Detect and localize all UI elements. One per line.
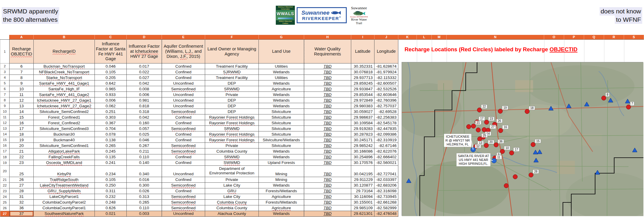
cell-longitude[interactable]: -81.979924 — [374, 69, 398, 75]
cell-influence-27[interactable]: 0.017 — [127, 63, 162, 69]
cell-confinement[interactable]: Confined — [162, 120, 205, 126]
cell-landuse[interactable]: Wetlands — [259, 92, 304, 97]
cell-influence-441[interactable]: 0.105 — [95, 177, 127, 183]
cell-owner[interactable]: Rayonier Forest Holdings — [205, 114, 259, 120]
row-number-19[interactable]: 19 — [0, 160, 10, 166]
cell-influence-27[interactable]: 0.042 — [127, 114, 162, 120]
column-title-F[interactable]: Land Owner or Managing Agency — [205, 40, 259, 63]
cell-latitude[interactable]: 30.170576 — [351, 160, 374, 166]
cell-influence-27[interactable]: 0.160 — [127, 120, 162, 126]
cell-latitude[interactable]: 29.621301 — [351, 211, 374, 217]
cell-influence-27[interactable]: 0.318 — [127, 109, 162, 114]
cell-influence-27[interactable]: 0.025 — [127, 131, 162, 137]
cell-influence-441[interactable]: 0.021 — [95, 211, 127, 217]
cell-influence-27[interactable]: 0.008 — [127, 86, 162, 92]
cell-objectid[interactable]: 12 — [10, 97, 34, 103]
column-title-A[interactable]: Recharge OBJECTID — [10, 40, 34, 63]
cell-water-quality[interactable]: TBD — [304, 86, 351, 92]
column-header-B[interactable]: B — [34, 35, 95, 40]
cell-rechargeid[interactable]: Buckman40 — [34, 137, 95, 143]
cell-rechargeid[interactable]: SouthwestNaturePark — [34, 211, 95, 217]
cell-influence-27[interactable]: 0.027 — [127, 75, 162, 80]
column-title-G[interactable]: Land Use — [259, 40, 304, 63]
cell-water-quality[interactable]: TBD — [304, 177, 351, 183]
cell-longitude[interactable]: -82.560021 — [374, 160, 398, 166]
column-header-P[interactable]: P — [564, 35, 584, 40]
cell-rechargeid[interactable]: LakeCityTreatmentWetland — [34, 183, 95, 188]
cell-landuse[interactable]: Silviculture — [259, 131, 304, 137]
cell-water-quality[interactable]: TBD — [304, 137, 351, 143]
cell-owner[interactable]: SWWMD — [205, 160, 259, 166]
cell-influence-441[interactable]: 0.248 — [95, 200, 127, 205]
cell-owner[interactable]: SRWMD — [205, 86, 259, 92]
cell-confinement[interactable]: Semiconfined — [162, 200, 205, 205]
cell-water-quality[interactable]: TBD — [304, 114, 351, 120]
cell-confinement[interactable]: Confined — [162, 114, 205, 120]
cell-latitude[interactable]: 29.937713 — [351, 75, 374, 80]
cell-latitude[interactable]: 29.972849 — [351, 97, 374, 103]
cell-water-quality[interactable]: TBD — [304, 97, 351, 103]
column-header-F[interactable]: F — [205, 35, 259, 40]
column-header-C[interactable]: C — [95, 35, 127, 40]
cell-landuse[interactable]: Wetlands — [259, 103, 304, 109]
cell-objectid[interactable]: 17 — [10, 126, 34, 131]
cell-longitude[interactable]: -82.760396 — [374, 97, 398, 103]
cell-owner[interactable]: Columbia County — [205, 205, 259, 211]
cell-influence-27[interactable]: 0.818 — [127, 103, 162, 109]
cell-influence-441[interactable]: 0.241 — [95, 160, 127, 166]
row-number-21[interactable]: 21 — [0, 177, 10, 183]
cell-longitude[interactable]: -82.447835 — [374, 126, 398, 131]
cell-confinement[interactable]: Confined — [162, 75, 205, 80]
cell-landuse[interactable]: Agriculture — [259, 205, 304, 211]
cell-confinement[interactable]: Semiconfined — [162, 183, 205, 188]
cell-rechargeid[interactable]: ColumbiaCountyParcel2 — [34, 200, 95, 205]
row-number-20[interactable]: 20 — [0, 166, 10, 177]
cell-rechargeid[interactable]: Buckman_NoTransport — [34, 63, 95, 69]
cell-longitude[interactable]: -82.310919 — [374, 137, 398, 143]
cell-confinement[interactable]: Semiconfined — [162, 109, 205, 114]
recharge-location-marker[interactable] — [498, 109, 503, 114]
column-header-G[interactable]: G — [259, 35, 304, 40]
cell-water-quality[interactable]: TBD — [304, 154, 351, 160]
cell-objectid[interactable]: 36 — [10, 205, 34, 211]
cell-water-quality[interactable]: TBD — [304, 148, 351, 154]
cell-objectid[interactable]: 18 — [10, 131, 34, 137]
cell-longitude[interactable]: -82.661268 — [374, 200, 398, 205]
cell-owner[interactable]: DEP — [205, 80, 259, 86]
cell-landuse[interactable]: Wetlands — [259, 211, 304, 217]
column-header-Q[interactable]: Q — [584, 35, 604, 40]
row-number-15[interactable]: 15 — [0, 137, 10, 143]
cell-latitude[interactable]: 29.853544 — [351, 92, 374, 97]
cell-longitude[interactable]: -82.582999 — [374, 205, 398, 211]
cell-rechargeid[interactable]: Starke_NoTransport — [34, 75, 95, 80]
cell-landuse[interactable]: Silviculture/Wetlands — [259, 137, 304, 143]
cell-influence-441[interactable]: 0.232 — [95, 194, 127, 200]
column-header-N[interactable]: N — [447, 35, 544, 40]
cell-rechargeid[interactable]: SantaFe_HWY_441_Gage2 — [34, 92, 95, 97]
row-number-13[interactable]: 13 — [0, 126, 10, 131]
cell-rechargeid[interactable]: Silviculture_SemiConfined1 — [34, 143, 95, 148]
cell-longitude[interactable]: -82.666402 — [374, 154, 398, 160]
cell-confinement[interactable]: Unconfined — [162, 103, 205, 109]
cell-influence-27[interactable]: 0.042 — [127, 80, 162, 86]
cell-owner[interactable]: Private — [205, 92, 259, 97]
row-number-11[interactable]: 11 — [0, 114, 10, 120]
cell-owner[interactable]: Department of Environmental Protection — [205, 166, 259, 177]
cell-influence-27[interactable]: 0.211 — [127, 148, 162, 154]
row-number-4[interactable]: 4 — [0, 75, 10, 80]
cell-confinement[interactable]: Semiconfined — [162, 126, 205, 131]
recharge-location-marker[interactable] — [467, 125, 471, 129]
cell-confinement[interactable]: Semiconfined — [162, 143, 205, 148]
cell-influence-441[interactable]: 0.234 — [95, 166, 127, 177]
cell-landuse[interactable]: Wetlands — [259, 183, 304, 188]
cell-longitude[interactable]: -82.545178 — [374, 120, 398, 126]
cell-rechargeid[interactable]: Silviculture_SemiConfined3 — [34, 126, 95, 131]
cell-rechargeid[interactable]: NFBlackCreek_NoTransport — [34, 69, 95, 75]
cell-influence-441[interactable]: 0.965 — [95, 86, 127, 92]
cell-owner[interactable]: Rayonier Forest Holdings — [205, 137, 259, 143]
cell-longitude[interactable]: -82.733945 — [374, 194, 398, 200]
cell-objectid[interactable]: 15 — [10, 114, 34, 120]
cell-rechargeid[interactable]: Forest_Confined2 — [34, 120, 95, 126]
recharge-location-marker[interactable] — [531, 142, 535, 147]
cell-owner[interactable]: DEP — [205, 97, 259, 103]
